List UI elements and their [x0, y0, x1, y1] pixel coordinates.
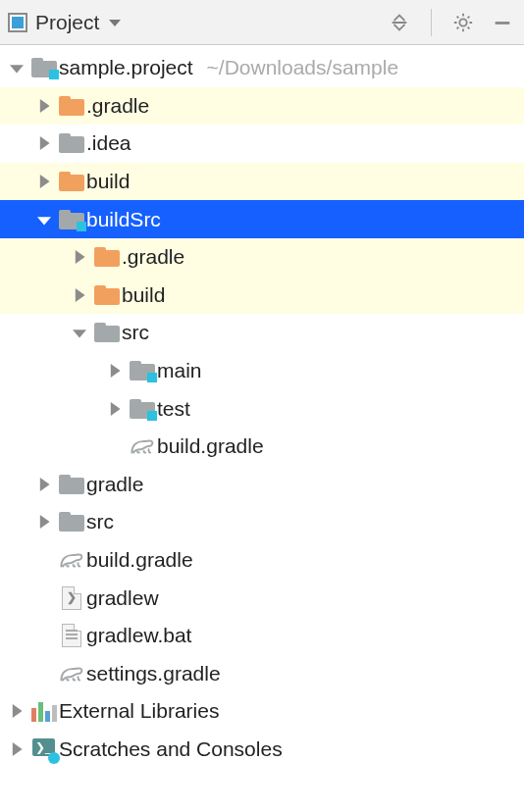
- folder-excluded-icon: [57, 96, 86, 116]
- tree-node[interactable]: gradlew: [0, 579, 524, 617]
- node-label: sample.project: [59, 56, 193, 79]
- svg-marker-8: [76, 250, 85, 264]
- folder-icon: [57, 512, 86, 532]
- tree-node[interactable]: src: [0, 314, 524, 352]
- node-label: build: [122, 283, 165, 307]
- tree-node-selected[interactable]: buildSrc: [0, 200, 524, 238]
- module-icon: [128, 361, 157, 381]
- svg-marker-15: [13, 704, 23, 718]
- tree-node[interactable]: .gradle: [0, 87, 524, 126]
- expander-closed-icon[interactable]: [67, 288, 92, 302]
- tree-node[interactable]: .gradle: [0, 238, 524, 277]
- svg-marker-6: [40, 175, 50, 188]
- expander-closed-icon[interactable]: [31, 175, 57, 188]
- tree-node-external-libs[interactable]: External Libraries: [0, 692, 524, 731]
- scratch-icon: [29, 738, 59, 760]
- expander-closed-icon[interactable]: [31, 515, 57, 529]
- module-icon: [57, 210, 86, 229]
- tree-node[interactable]: gradlew.bat: [0, 617, 524, 655]
- module-icon: [128, 399, 157, 419]
- expander-closed-icon[interactable]: [31, 478, 57, 491]
- node-label: .gradle: [122, 245, 184, 269]
- divider: [431, 9, 432, 36]
- node-label: test: [157, 397, 190, 421]
- gradle-icon: [57, 663, 86, 685]
- tree-node[interactable]: build.gradle: [0, 541, 524, 580]
- folder-excluded-icon: [92, 285, 122, 305]
- minimize-icon[interactable]: [489, 9, 516, 36]
- node-label: gradlew.bat: [86, 624, 191, 647]
- text-file-icon: [57, 624, 86, 647]
- svg-marker-13: [40, 478, 50, 491]
- tree-node[interactable]: test: [0, 389, 524, 428]
- expander-closed-icon[interactable]: [31, 99, 57, 113]
- node-label: buildSrc: [86, 208, 161, 231]
- project-view-icon: [8, 13, 27, 32]
- expander-closed-icon[interactable]: [67, 250, 92, 264]
- svg-marker-5: [40, 136, 50, 150]
- folder-icon: [57, 133, 86, 153]
- expander-closed-icon[interactable]: [102, 402, 128, 416]
- node-label: External Libraries: [59, 699, 219, 723]
- node-label: main: [157, 359, 202, 382]
- node-label: build: [86, 170, 130, 193]
- tree-node[interactable]: gradle: [0, 466, 524, 504]
- collapse-icon[interactable]: [386, 9, 413, 36]
- gradle-icon: [128, 435, 157, 457]
- tree-node[interactable]: settings.gradle: [0, 655, 524, 693]
- node-label: Scratches and Consoles: [59, 737, 283, 761]
- svg-marker-0: [109, 20, 121, 26]
- tree-node-scratches[interactable]: Scratches and Consoles: [0, 731, 524, 769]
- folder-icon: [92, 323, 122, 342]
- svg-marker-3: [10, 65, 24, 73]
- module-icon: [29, 58, 59, 77]
- tree-node-root[interactable]: sample.project ~/Downloads/sample: [0, 49, 524, 87]
- node-label: build.gradle: [157, 434, 264, 458]
- node-label: src: [122, 321, 149, 344]
- folder-icon: [57, 475, 86, 494]
- expander-open-icon[interactable]: [67, 326, 92, 339]
- svg-marker-4: [40, 99, 50, 113]
- expander-closed-icon[interactable]: [4, 704, 29, 718]
- node-hint: ~/Downloads/sample: [207, 56, 399, 79]
- node-label: gradlew: [86, 586, 159, 610]
- expander-open-icon[interactable]: [31, 213, 57, 227]
- node-label: .gradle: [86, 94, 149, 118]
- expander-closed-icon[interactable]: [102, 364, 128, 378]
- tree-node[interactable]: build: [0, 163, 524, 201]
- svg-marker-7: [37, 217, 51, 225]
- svg-marker-11: [111, 364, 121, 378]
- chevron-down-icon: [107, 11, 123, 33]
- svg-marker-10: [73, 330, 86, 338]
- node-label: src: [86, 510, 114, 533]
- tree-node[interactable]: main: [0, 352, 524, 390]
- view-selector[interactable]: Project: [8, 11, 386, 34]
- svg-point-1: [459, 19, 466, 25]
- view-label: Project: [35, 11, 99, 34]
- node-label: settings.gradle: [86, 662, 221, 685]
- folder-excluded-icon: [57, 172, 86, 191]
- tree-node[interactable]: build: [0, 277, 524, 315]
- svg-rect-2: [496, 22, 510, 25]
- expander-open-icon[interactable]: [4, 61, 29, 75]
- shell-file-icon: [57, 586, 86, 610]
- svg-marker-9: [76, 288, 85, 302]
- tree-node[interactable]: build.gradle: [0, 428, 524, 466]
- tree-node[interactable]: src: [0, 503, 524, 541]
- node-label: build.gradle: [86, 548, 193, 572]
- folder-excluded-icon: [92, 247, 122, 267]
- gradle-icon: [57, 549, 86, 571]
- expander-closed-icon[interactable]: [31, 136, 57, 150]
- node-label: .idea: [86, 131, 131, 155]
- library-icon: [29, 700, 59, 722]
- expander-closed-icon[interactable]: [4, 742, 29, 756]
- svg-marker-14: [40, 515, 50, 529]
- node-label: gradle: [86, 473, 143, 496]
- svg-marker-12: [111, 402, 121, 416]
- svg-marker-16: [13, 742, 23, 756]
- gear-icon[interactable]: [449, 9, 477, 36]
- tool-window-header: Project: [0, 0, 524, 45]
- tree-node[interactable]: .idea: [0, 125, 524, 163]
- project-tree: sample.project ~/Downloads/sample .gradl…: [0, 45, 524, 768]
